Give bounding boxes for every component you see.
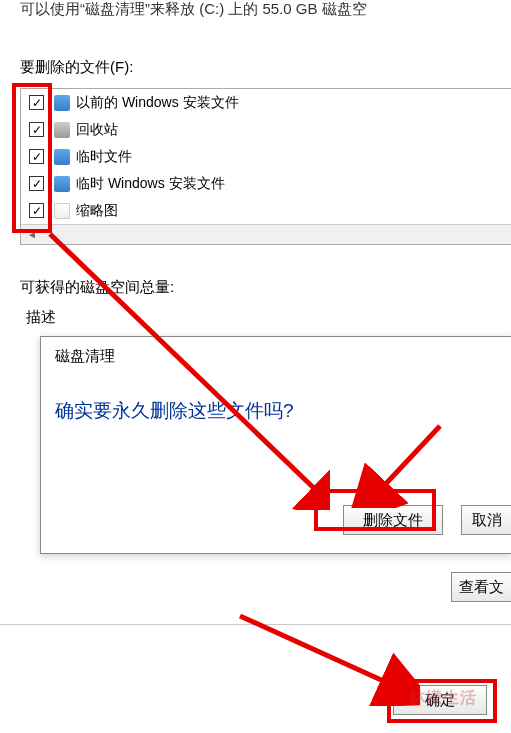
cancel-button[interactable]: 取消 bbox=[461, 505, 511, 535]
file-icon bbox=[54, 203, 70, 219]
checkbox-icon[interactable]: ✓ bbox=[29, 149, 44, 164]
folder-icon bbox=[54, 95, 70, 111]
file-list: ✓ 以前的 Windows 安装文件 ✓ 回收站 ✓ 临时文件 ✓ 临时 Win… bbox=[20, 88, 511, 245]
files-to-delete-label: 要删除的文件(F): bbox=[20, 58, 133, 77]
horizontal-scrollbar[interactable]: ◄ bbox=[21, 224, 511, 244]
annotation-arrow-icon bbox=[230, 606, 420, 706]
recycle-bin-icon bbox=[54, 122, 70, 138]
file-item-label: 回收站 bbox=[76, 121, 118, 139]
checkbox-icon[interactable]: ✓ bbox=[29, 203, 44, 218]
file-item-label: 临时文件 bbox=[76, 148, 132, 166]
checkbox-icon[interactable]: ✓ bbox=[29, 122, 44, 137]
file-item[interactable]: ✓ 临时文件 bbox=[21, 143, 511, 170]
file-item[interactable]: ✓ 回收站 bbox=[21, 116, 511, 143]
available-space-label: 可获得的磁盘空间总量: bbox=[20, 278, 174, 297]
file-item[interactable]: ✓ 以前的 Windows 安装文件 bbox=[21, 89, 511, 116]
checkbox-icon[interactable]: ✓ bbox=[29, 176, 44, 191]
folder-icon bbox=[54, 176, 70, 192]
view-files-button[interactable]: 查看文 bbox=[451, 572, 511, 602]
dialog-title: 磁盘清理 bbox=[41, 337, 511, 370]
confirm-dialog: 磁盘清理 确实要永久删除这些文件吗? 删除文件 取消 bbox=[40, 336, 511, 554]
description-group: 描述 bbox=[20, 308, 511, 333]
delete-files-button[interactable]: 删除文件 bbox=[343, 505, 443, 535]
scroll-left-icon[interactable]: ◄ bbox=[25, 228, 39, 242]
top-info-text: 可以使用“磁盘清理”来释放 (C:) 上的 55.0 GB 磁盘空 bbox=[20, 0, 367, 19]
watermark: 林檬生活 bbox=[409, 688, 477, 709]
description-label: 描述 bbox=[20, 308, 511, 327]
file-item-label: 缩略图 bbox=[76, 202, 118, 220]
file-item-label: 以前的 Windows 安装文件 bbox=[76, 94, 239, 112]
divider bbox=[0, 624, 511, 625]
svg-line-2 bbox=[240, 616, 390, 684]
dialog-question: 确实要永久删除这些文件吗? bbox=[41, 370, 511, 434]
file-item-label: 临时 Windows 安装文件 bbox=[76, 175, 225, 193]
checkbox-icon[interactable]: ✓ bbox=[29, 95, 44, 110]
file-item[interactable]: ✓ 缩略图 bbox=[21, 197, 511, 224]
folder-icon bbox=[54, 149, 70, 165]
file-item[interactable]: ✓ 临时 Windows 安装文件 bbox=[21, 170, 511, 197]
